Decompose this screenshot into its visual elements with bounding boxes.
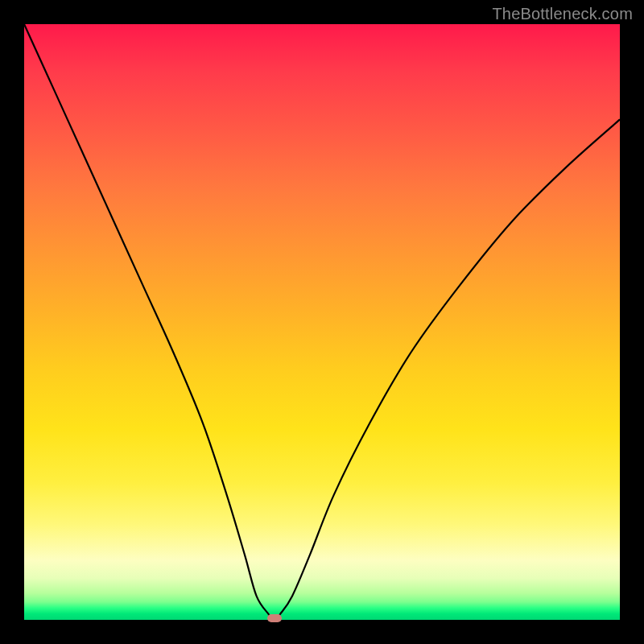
- curve-path: [24, 24, 620, 620]
- bottleneck-curve: [24, 24, 620, 620]
- minimum-indicator: [267, 614, 282, 622]
- watermark-text: TheBottleneck.com: [492, 5, 633, 23]
- chart-area: [24, 24, 620, 620]
